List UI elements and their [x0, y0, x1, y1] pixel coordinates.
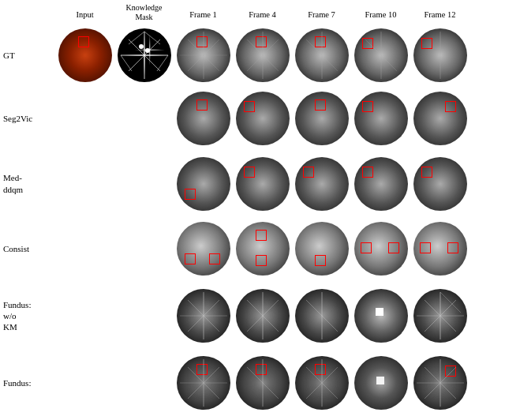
fundus-wo-km-empty2 [114, 280, 174, 351]
fundus-wo-km-frame10-cell [351, 280, 410, 351]
header-input: Input [55, 0, 114, 24]
consist-frame1-image [177, 222, 230, 276]
medddqm-frame12-image [413, 157, 467, 211]
vessel-svg-fundus12 [413, 356, 467, 410]
medddqm-frame1-image [177, 157, 230, 211]
vessel-svg-wokm12 [413, 289, 467, 343]
seg2vic-frame12-cell [410, 87, 469, 150]
fundus-frame1-image [177, 356, 230, 410]
seg2vic-frame7-image [295, 92, 349, 145]
header-frame10: Frame 10 [351, 0, 410, 24]
consist-frame1-redbox2 [209, 253, 220, 264]
gt-frame1-image [177, 28, 230, 82]
svg-line-8 [121, 55, 132, 71]
fundus-frame4-image [236, 356, 290, 410]
label-fundus-wo-km: Fundus: w/o KM [0, 280, 55, 351]
gt-frame4-image [236, 28, 290, 82]
fundus-wo-km-frame1-image [177, 289, 230, 343]
svg-line-32 [425, 300, 456, 332]
medddqm-frame4-redbox [244, 167, 255, 178]
svg-line-33 [425, 300, 456, 332]
vessel-svg-wokm1 [177, 289, 230, 343]
header-frame12: Frame 12 [410, 0, 469, 24]
fundus-wo-km-frame4-image [236, 289, 290, 343]
seg2vic-frame1-cell [174, 87, 233, 150]
medddqm-frame12-redbox [421, 167, 432, 178]
fundus-frame10-cell [351, 351, 410, 414]
consist-frame12-redbox2 [447, 242, 458, 253]
fundus-wo-km-frame4-cell [233, 280, 292, 351]
gt-knowledge-mask-image [118, 28, 171, 82]
gt-frame10-cell [351, 24, 410, 87]
medddqm-frame4-cell [233, 150, 292, 217]
svg-line-28 [247, 300, 279, 332]
medddqm-frame1-cell [174, 150, 233, 217]
label-medddqm: Med- ddqm [0, 150, 55, 217]
consist-frame10-image [354, 222, 408, 276]
svg-line-30 [306, 300, 338, 332]
svg-point-9 [145, 48, 150, 53]
label-gt: GT [0, 24, 55, 87]
svg-line-5 [144, 32, 160, 44]
gt-input-image [58, 28, 112, 82]
fundus-empty2 [114, 351, 174, 414]
consist-frame12-redbox1 [420, 242, 431, 253]
seg2vic-frame1-redbox [196, 99, 208, 111]
fundus-wo-km-frame12-image [413, 289, 467, 343]
gt-frame12-image [413, 28, 467, 82]
fundus-frame4-cell [233, 351, 292, 414]
header-frame7: Frame 7 [292, 0, 351, 24]
medddqm-frame10-image [354, 157, 408, 211]
label-seg2vic: Seg2Vic [0, 87, 55, 150]
consist-frame12-cell [410, 217, 469, 280]
seg2vic-frame10-cell [351, 87, 410, 150]
medddqm-frame7-redbox [303, 167, 314, 178]
fundus-wo-km-empty1 [55, 280, 114, 351]
gt-frame12-redbox [421, 38, 432, 49]
medddqm-frame1-redbox [185, 189, 196, 200]
gt-frame7-image [295, 28, 349, 82]
svg-line-35 [440, 292, 461, 313]
seg2vic-frame7-cell [292, 87, 351, 150]
medddqm-frame4-image [236, 157, 290, 211]
fundus-frame12-redbox [445, 366, 456, 377]
gt-frame12-cell [410, 24, 469, 87]
medddqm-frame10-redbox [362, 167, 373, 178]
fundus-frame10-redbox [376, 377, 384, 384]
seg2vic-frame1-image [177, 92, 230, 145]
vessel-svg [118, 28, 171, 82]
gt-frame1-cell [174, 24, 233, 87]
consist-empty2 [114, 217, 174, 280]
gt-frame4-redbox [256, 36, 267, 47]
fundus-empty1 [55, 351, 114, 414]
consist-frame4-image [236, 222, 290, 276]
fundus-frame10-image [354, 356, 408, 410]
consist-frame10-redbox2 [388, 242, 399, 253]
label-fundus: Fundus: [0, 351, 55, 414]
main-grid: Input Knowledge Mask Frame 1 Frame 4 Fra… [0, 0, 505, 414]
consist-frame10-cell [351, 217, 410, 280]
consist-frame7-image [295, 222, 349, 276]
fundus-wo-km-frame7-image [295, 289, 349, 343]
seg2vic-frame4-cell [233, 87, 292, 150]
label-consist: Consist [0, 217, 55, 280]
medddqm-empty2 [114, 150, 174, 217]
seg2vic-frame4-redbox [244, 101, 255, 112]
seg2vic-frame10-redbox [362, 101, 373, 112]
gt-knowledge-mask-cell [114, 24, 174, 87]
fundus-wo-km-frame10-image [354, 289, 408, 343]
fundus-frame7-image [295, 356, 349, 410]
gt-input-redbox [78, 36, 89, 47]
vessel-svg-f10 [354, 28, 408, 82]
svg-line-7 [157, 55, 168, 71]
consist-frame7-cell [292, 217, 351, 280]
seg2vic-empty1 [55, 87, 114, 150]
svg-line-3 [129, 39, 160, 71]
consist-frame1-cell [174, 217, 233, 280]
consist-frame12-image [413, 222, 467, 276]
consist-empty1 [55, 217, 114, 280]
gt-frame10-image [354, 28, 408, 82]
seg2vic-frame10-image [354, 92, 408, 145]
gt-frame10-redbox [362, 38, 373, 49]
header-empty [0, 0, 55, 24]
